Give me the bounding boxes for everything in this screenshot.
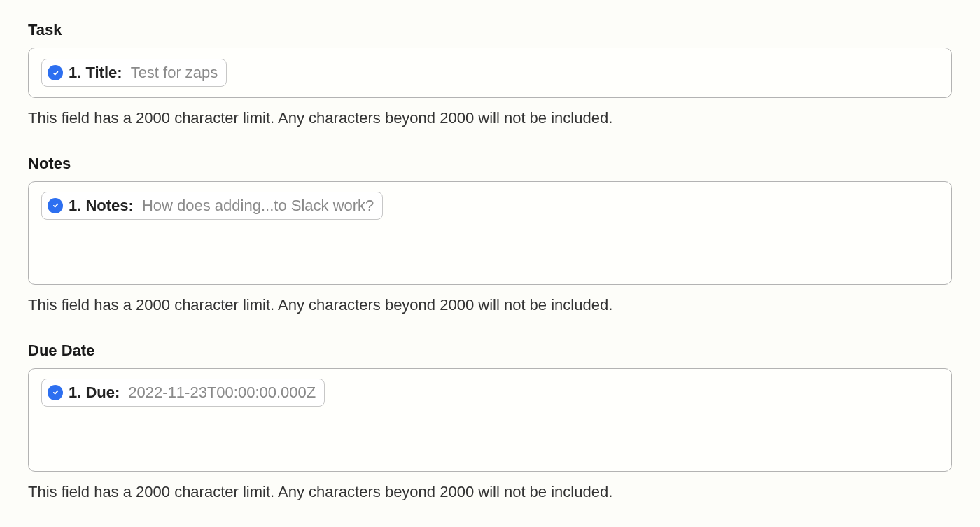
field-hint-due-date: This field has a 2000 character limit. A… xyxy=(28,482,952,503)
field-group-task: Task 1. Title: Test for zaps This field … xyxy=(28,21,952,129)
field-input-task[interactable]: 1. Title: Test for zaps xyxy=(28,48,952,98)
pill-label: 1. Title: xyxy=(69,64,122,82)
pill-label: 1. Due: xyxy=(69,384,120,402)
tasks-app-icon xyxy=(48,385,63,400)
field-hint-task: This field has a 2000 character limit. A… xyxy=(28,108,952,129)
pill-label: 1. Notes: xyxy=(69,197,134,215)
tasks-app-icon xyxy=(48,65,63,80)
field-label-task: Task xyxy=(28,21,952,39)
pill-value: How does adding...to Slack work? xyxy=(142,197,374,215)
field-label-notes: Notes xyxy=(28,155,952,173)
tasks-app-icon xyxy=(48,198,63,213)
field-group-due-date: Due Date 1. Due: 2022-11-23T00:00:00.000… xyxy=(28,342,952,503)
field-label-due-date: Due Date xyxy=(28,342,952,360)
field-input-due-date[interactable]: 1. Due: 2022-11-23T00:00:00.000Z xyxy=(28,368,952,472)
mapped-field-pill-due[interactable]: 1. Due: 2022-11-23T00:00:00.000Z xyxy=(41,379,325,407)
field-input-notes[interactable]: 1. Notes: How does adding...to Slack wor… xyxy=(28,181,952,285)
pill-value: 2022-11-23T00:00:00.000Z xyxy=(128,384,316,402)
svg-point-1 xyxy=(51,201,60,210)
mapped-field-pill-notes[interactable]: 1. Notes: How does adding...to Slack wor… xyxy=(41,192,383,220)
mapped-field-pill-title[interactable]: 1. Title: Test for zaps xyxy=(41,59,227,87)
svg-point-2 xyxy=(51,388,60,397)
field-group-notes: Notes 1. Notes: How does adding...to Sla… xyxy=(28,155,952,316)
svg-point-0 xyxy=(51,69,60,78)
field-hint-notes: This field has a 2000 character limit. A… xyxy=(28,295,952,316)
pill-value: Test for zaps xyxy=(131,64,218,82)
